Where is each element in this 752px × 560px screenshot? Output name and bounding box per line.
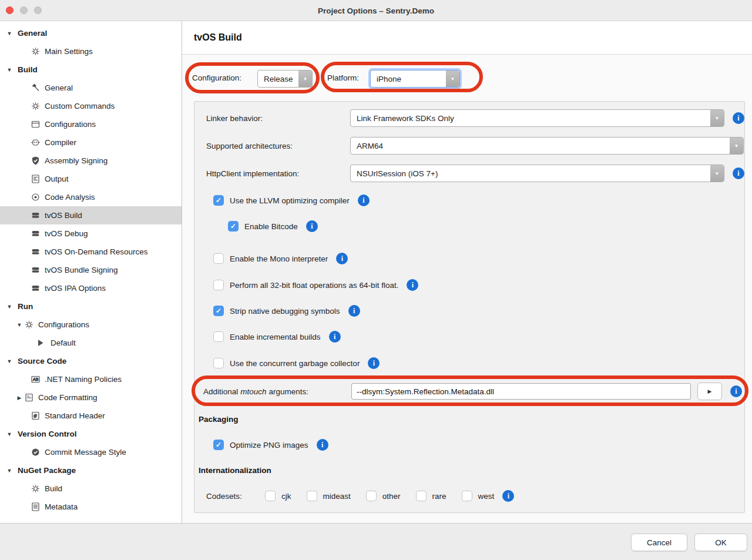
- supported-architectures-value: ARM64: [357, 142, 383, 150]
- sidebar-item-nuget-build[interactable]: Build: [0, 479, 182, 498]
- packaging-section-header: Packaging: [199, 415, 239, 424]
- sidebar-item-nuget-package-section[interactable]: ▼ NuGet Package: [0, 461, 182, 479]
- sidebar-item-run-default[interactable]: Default: [0, 334, 182, 352]
- hammer-icon: [31, 83, 41, 93]
- info-icon[interactable]: i: [317, 439, 328, 451]
- chevron-down-icon[interactable]: ▼: [6, 67, 13, 73]
- chevron-down-icon[interactable]: ▼: [6, 468, 13, 474]
- float-operations-checkbox[interactable]: [213, 280, 224, 290]
- strip-symbols-label: Strip native debugging symbols: [230, 307, 340, 316]
- sidebar-item-label: General: [45, 83, 73, 92]
- info-icon[interactable]: i: [306, 220, 318, 232]
- codeset-mideast-checkbox[interactable]: [307, 491, 317, 501]
- chevron-down-icon[interactable]: ▼: [16, 322, 23, 328]
- play-icon: ▶: [708, 388, 712, 394]
- info-icon[interactable]: i: [502, 490, 514, 502]
- sidebar-item-tvos-on-demand-resources[interactable]: tvOS On-Demand Resources: [0, 243, 182, 261]
- gear-icon: [31, 46, 41, 56]
- sidebar-item-run-configurations[interactable]: ▼ Configurations: [0, 316, 182, 334]
- supported-architectures-select[interactable]: ARM64 ▼: [350, 137, 744, 155]
- window-title: Project Options – Sentry.Demo: [0, 0, 752, 21]
- ok-button[interactable]: OK: [694, 534, 747, 551]
- sidebar-item-compiler[interactable]: Compiler: [0, 133, 182, 152]
- codeset-other-label: other: [382, 492, 401, 501]
- configuration-select[interactable]: Release ▼: [257, 70, 313, 88]
- sidebar-item-build-section[interactable]: ▼ Build: [0, 61, 182, 79]
- codeset-rare-checkbox[interactable]: [416, 491, 427, 501]
- configuration-label: Configuration:: [192, 73, 241, 82]
- sidebar-item-run-section[interactable]: ▼ Run: [0, 297, 182, 316]
- codeset-west-checkbox[interactable]: [462, 491, 472, 501]
- row-enable-bitcode: ✓ Enable Bitcode i: [194, 217, 744, 235]
- sidebar-item-assembly-signing[interactable]: Assembly Signing: [0, 152, 182, 170]
- enable-bitcode-checkbox[interactable]: ✓: [228, 221, 239, 232]
- row-codesets: Codesets: cjk mideast other rare west i: [194, 487, 744, 505]
- sidebar-item-code-formatting[interactable]: ▶ Code Formatting: [0, 388, 182, 407]
- sidebar-item-code-analysis[interactable]: Code Analysis: [0, 188, 182, 206]
- incremental-builds-checkbox[interactable]: [213, 331, 224, 342]
- mtouch-arguments-input[interactable]: --dlsym:System.Reflection.Metadata.dll: [351, 383, 691, 400]
- mono-interpreter-checkbox[interactable]: [213, 253, 224, 264]
- chevron-down-icon[interactable]: ▼: [6, 304, 13, 310]
- sidebar-item-net-naming-policies[interactable]: AB .NET Naming Policies: [0, 370, 182, 388]
- page-title: tvOS Build: [194, 32, 242, 43]
- llvm-compiler-checkbox[interactable]: ✓: [213, 195, 224, 206]
- cancel-button[interactable]: Cancel: [631, 534, 687, 551]
- internationalization-section-header: Internationalization: [199, 466, 271, 475]
- sidebar-item-nuget-metadata[interactable]: Metadata: [0, 498, 182, 516]
- options-tree: ▼ General Main Settings ▼ Build General …: [0, 21, 182, 523]
- sidebar-item-tvos-ipa-options[interactable]: tvOS IPA Options: [0, 279, 182, 297]
- chevron-down-icon[interactable]: ▼: [6, 431, 13, 437]
- sidebar-item-label: tvOS Build: [45, 211, 82, 220]
- sidebar-item-tvos-debug[interactable]: tvOS Debug: [0, 224, 182, 243]
- codeset-other-checkbox[interactable]: [366, 491, 377, 501]
- strip-symbols-checkbox[interactable]: ✓: [213, 306, 224, 316]
- sidebar-item-tvos-bundle-signing[interactable]: tvOS Bundle Signing: [0, 261, 182, 279]
- codeset-cjk-checkbox[interactable]: [265, 491, 276, 501]
- linker-behavior-select[interactable]: Link Framework SDKs Only ▼: [350, 109, 724, 127]
- row-supported-architectures: Supported architectures: ARM64 ▼: [194, 137, 744, 155]
- chevron-down-icon[interactable]: ▼: [6, 358, 13, 364]
- concurrent-gc-checkbox[interactable]: [213, 358, 224, 368]
- mtouch-arguments-menu-button[interactable]: ▶: [697, 383, 722, 400]
- chevron-right-icon[interactable]: ▶: [16, 395, 23, 401]
- chevron-down-icon: ▼: [446, 71, 459, 87]
- info-icon[interactable]: i: [336, 253, 348, 264]
- platform-select[interactable]: iPhone ▼: [370, 70, 460, 88]
- info-icon[interactable]: i: [407, 279, 418, 291]
- document-dash-icon: [24, 393, 34, 403]
- info-icon[interactable]: i: [329, 331, 341, 343]
- info-icon[interactable]: i: [368, 357, 380, 369]
- info-icon[interactable]: i: [730, 385, 742, 397]
- play-icon: [35, 338, 45, 348]
- info-icon[interactable]: i: [733, 112, 744, 124]
- httpclient-implementation-select[interactable]: NSUrlSession (iOS 7+) ▼: [350, 165, 724, 182]
- sidebar-item-build-general[interactable]: General: [0, 79, 182, 97]
- sidebar-item-general-section[interactable]: ▼ General: [0, 24, 182, 42]
- info-icon[interactable]: i: [733, 167, 744, 179]
- linker-behavior-value: Link Framework SDKs Only: [357, 114, 454, 123]
- sidebar-item-label: Metadata: [45, 502, 78, 511]
- httpclient-implementation-label: HttpClient implementation:: [194, 169, 350, 178]
- chevron-down-icon: ▼: [710, 110, 724, 126]
- sidebar-item-main-settings[interactable]: Main Settings: [0, 42, 182, 61]
- sidebar-item-custom-commands[interactable]: Custom Commands: [0, 97, 182, 115]
- sidebar-item-output[interactable]: Output: [0, 170, 182, 188]
- badge-check-icon: [31, 156, 41, 166]
- project-options-dialog: Project Options – Sentry.Demo ▼ General …: [0, 0, 752, 560]
- linker-behavior-label: Linker behavior:: [194, 114, 350, 123]
- row-llvm-compiler: ✓ Use the LLVM optimizing compiler i: [194, 192, 744, 209]
- chevron-down-icon[interactable]: ▼: [6, 31, 13, 36]
- sidebar-item-configurations[interactable]: Configurations: [0, 115, 182, 133]
- sidebar-item-source-code-section[interactable]: ▼ Source Code: [0, 352, 182, 370]
- info-icon[interactable]: i: [358, 195, 370, 206]
- sidebar-item-label: tvOS Debug: [45, 229, 88, 238]
- sidebar-item-commit-message-style[interactable]: Commit Message Style: [0, 443, 182, 461]
- optimize-png-checkbox[interactable]: ✓: [213, 440, 224, 450]
- sidebar-item-standard-header[interactable]: # Standard Header: [0, 407, 182, 425]
- info-icon[interactable]: i: [348, 305, 360, 317]
- check-circle-icon: [31, 447, 41, 457]
- mtouch-arguments-label: Additionalmtoucharguments:: [194, 387, 351, 396]
- sidebar-item-version-control-section[interactable]: ▼ Version Control: [0, 425, 182, 443]
- sidebar-item-tvos-build[interactable]: tvOS Build: [0, 206, 182, 224]
